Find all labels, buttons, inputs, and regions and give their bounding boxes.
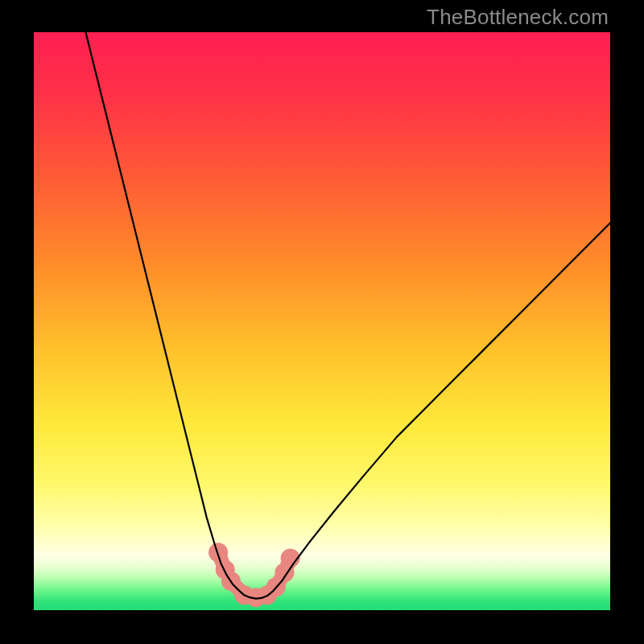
bottleneck-curve	[85, 32, 610, 599]
watermark-text: TheBottleneck.com	[427, 5, 609, 30]
frame: TheBottleneck.com	[0, 0, 644, 644]
marker-dot	[208, 543, 228, 562]
chart-canvas	[34, 32, 610, 610]
plot-area	[34, 32, 610, 610]
